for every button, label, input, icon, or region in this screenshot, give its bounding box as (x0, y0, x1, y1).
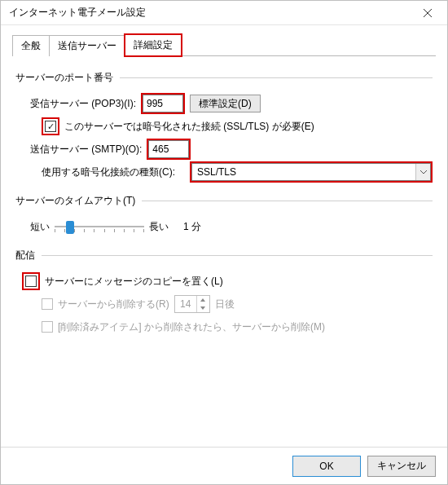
pop3-port-label: 受信サーバー (POP3)(I): (30, 97, 136, 111)
tab-advanced[interactable]: 詳細設定 (125, 34, 182, 56)
timeout-slider[interactable] (55, 218, 144, 235)
slider-thumb[interactable] (66, 221, 74, 234)
smtp-port-label: 送信サーバー (SMTP)(O): (30, 143, 142, 157)
timeout-long-label: 長い (149, 220, 169, 234)
tab-outgoing-server[interactable]: 送信サーバー (49, 35, 125, 56)
leave-copy-label: サーバーにメッセージのコピーを置く(L) (45, 275, 223, 289)
tab-general[interactable]: 全般 (12, 35, 50, 56)
chevron-down-icon (415, 164, 430, 180)
remove-when-deleted-checkbox[interactable] (42, 321, 53, 333)
dialog-footer: OK キャンセル (1, 447, 447, 484)
group-delivery: 配信 サーバーにメッセージのコピーを置く(L) サーバーから削除する(R) 14 (15, 249, 433, 342)
window-title: インターネット電子メール設定 (9, 6, 146, 20)
divider (42, 255, 433, 256)
divider (142, 201, 433, 201)
encryption-type-label: 使用する暗号化接続の種類(C): (42, 165, 175, 179)
timeout-short-label: 短い (30, 220, 50, 234)
remove-after-days-spinner[interactable]: 14 (174, 295, 210, 313)
timeout-value: 1 分 (183, 220, 201, 234)
close-button[interactable] (411, 2, 444, 24)
group-server-ports-label: サーバーのポート番号 (15, 71, 118, 85)
divider (120, 77, 433, 78)
close-icon (424, 9, 432, 17)
remove-after-days-value: 14 (175, 296, 196, 312)
remove-after-label: サーバーから削除する(R) (58, 298, 169, 311)
remove-after-checkbox[interactable] (42, 298, 53, 310)
group-timeout-label: サーバーのタイムアウト(T) (15, 194, 140, 208)
leave-copy-checkbox[interactable] (25, 276, 37, 287)
group-server-ports: サーバーのポート番号 受信サーバー (POP3)(I): 標準設定(D) このサ… (15, 71, 433, 187)
group-timeout: サーバーのタイムアウト(T) 短い 長い 1 分 (15, 194, 433, 242)
pop3-ssl-checkbox[interactable] (45, 121, 56, 132)
tab-strip: 全般 送信サーバー 詳細設定 (12, 33, 436, 56)
titlebar: インターネット電子メール設定 (1, 1, 447, 25)
smtp-port-input[interactable] (148, 140, 189, 158)
tab-panel-advanced: サーバーのポート番号 受信サーバー (POP3)(I): 標準設定(D) このサ… (12, 56, 436, 346)
days-suffix: 日後 (215, 298, 235, 311)
pop3-ssl-label: このサーバーでは暗号化された接続 (SSL/TLS) が必要(E) (64, 120, 314, 134)
content-area: 全般 送信サーバー 詳細設定 サーバーのポート番号 受信サーバー (POP3)(… (1, 25, 447, 447)
ok-button[interactable]: OK (292, 456, 361, 477)
dialog-window: インターネット電子メール設定 全般 送信サーバー 詳細設定 サーバーのポート番号… (0, 0, 448, 485)
encryption-type-value: SSL/TLS (197, 166, 236, 178)
spinner-down-icon[interactable] (197, 304, 209, 312)
defaults-button[interactable]: 標準設定(D) (190, 95, 261, 112)
cancel-button[interactable]: キャンセル (367, 456, 436, 477)
spinner-up-icon[interactable] (197, 296, 209, 304)
encryption-type-select[interactable]: SSL/TLS (191, 163, 431, 181)
remove-when-deleted-label: [削除済みアイテム] から削除されたら、サーバーから削除(M) (58, 320, 325, 334)
pop3-port-input[interactable] (143, 95, 183, 112)
group-delivery-label: 配信 (15, 249, 40, 262)
